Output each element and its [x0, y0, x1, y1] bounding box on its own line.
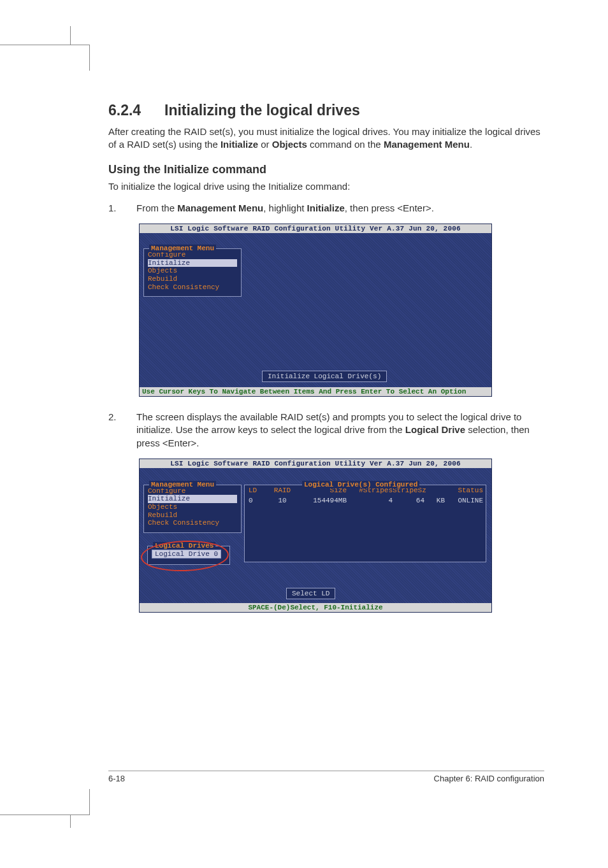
bios-footer: Use Cursor Keys To Navigate Between Item…	[140, 387, 491, 396]
th-ld: LD	[249, 487, 268, 494]
bios-titlebar: LSI Logic Software RAID Configuration Ut…	[140, 224, 491, 233]
initialize-logical-drives-button[interactable]: Initialize Logical Drive(s)	[262, 371, 387, 382]
step-1: 1. From the Management Menu, highlight I…	[108, 202, 544, 215]
crop-mark-bottom	[0, 789, 90, 815]
logical-drive-0[interactable]: Logical Drive 0	[152, 550, 221, 559]
menu-item-rebuild[interactable]: Rebuild	[148, 275, 237, 283]
step-text-fragment: , then press <Enter>.	[345, 203, 434, 213]
intro-bold-management-menu: Management Menu	[384, 139, 470, 150]
crop-mark-top	[0, 45, 90, 71]
management-menu-panel: Management Menu Configure Initialize Obj…	[143, 485, 242, 533]
step-number: 2.	[108, 411, 119, 450]
td-stripes: 4	[347, 497, 393, 504]
section-heading: 6.2.4Initializing the logical drives	[108, 102, 544, 119]
step-number: 1.	[108, 202, 119, 215]
th-raid: RAID	[268, 487, 297, 494]
logical-drives-panel: Logical Drives Logical Drive 0	[147, 546, 230, 565]
step-bold-management-menu: Management Menu	[177, 203, 263, 213]
step-text: The screen displays the available RAID s…	[136, 411, 544, 450]
td-raid: 10	[268, 497, 297, 504]
intro-text: .	[470, 139, 472, 150]
bios-body: Management Menu Configure Initialize Obj…	[140, 468, 491, 603]
select-ld-button[interactable]: Select LD	[286, 588, 335, 599]
menu-item-objects[interactable]: Objects	[148, 267, 237, 275]
intro-paragraph: After creating the RAID set(s), you must…	[108, 125, 544, 152]
step-bold-initialize: Initialize	[307, 203, 345, 213]
bios-body: Management Menu Configure Initialize Obj…	[140, 233, 491, 387]
menu-item-check-consistency[interactable]: Check Consistency	[148, 519, 237, 527]
screenshot-2: LSI Logic Software RAID Configuration Ut…	[139, 459, 492, 613]
intro-bold-initialize: Initialize	[221, 139, 258, 150]
screenshot-1: LSI Logic Software RAID Configuration Ut…	[139, 224, 492, 397]
section-number: 6.2.4	[108, 102, 164, 119]
logical-drives-title: Logical Drives	[153, 542, 215, 550]
management-menu-title: Management Menu	[149, 481, 216, 488]
step-2: 2. The screen displays the available RAI…	[108, 411, 544, 450]
page-number: 6-18	[108, 774, 125, 783]
th-blank	[424, 487, 445, 494]
td-size: 154494MB	[297, 497, 347, 504]
intro-text: or	[258, 139, 272, 150]
page-footer: 6-18 Chapter 6: RAID configuration	[108, 771, 544, 783]
bios-titlebar: LSI Logic Software RAID Configuration Ut…	[140, 459, 491, 468]
section-title: Initializing the logical drives	[164, 102, 360, 118]
intro-bold-objects: Objects	[272, 139, 307, 150]
subsection-heading: Using the Initialize command	[108, 163, 544, 176]
table-row[interactable]: 0 10 154494MB 4 64 KB ONLINE	[245, 495, 486, 506]
menu-item-objects[interactable]: Objects	[148, 503, 237, 511]
bios-footer: SPACE-(De)Select, F10-Initialize	[140, 603, 491, 612]
logical-drives-configured-panel: Logical Drive(s) Configured LD RAID Size…	[244, 485, 486, 562]
step-text: From the Management Menu, highlight Init…	[136, 202, 544, 215]
td-status: ONLINE	[445, 497, 483, 504]
menu-item-check-consistency[interactable]: Check Consistency	[148, 283, 237, 292]
chapter-label: Chapter 6: RAID configuration	[434, 774, 544, 783]
menu-item-initialize[interactable]: Initialize	[148, 495, 237, 503]
table-title: Logical Drive(s) Configured	[302, 481, 419, 488]
td-stripesz: 64	[393, 497, 424, 504]
td-unit: KB	[424, 497, 445, 504]
step-bold-logical-drive: Logical Drive	[405, 424, 465, 435]
step-text-fragment: , highlight	[263, 203, 307, 213]
menu-item-initialize[interactable]: Initialize	[148, 259, 237, 267]
td-ld: 0	[249, 497, 268, 504]
step-text-fragment: From the	[136, 203, 177, 213]
th-status: Status	[445, 487, 483, 494]
intro-text: command on the	[307, 139, 384, 150]
subsection-lead: To initialize the logical drive using th…	[108, 180, 544, 193]
menu-item-rebuild[interactable]: Rebuild	[148, 511, 237, 520]
management-menu-title: Management Menu	[149, 245, 216, 252]
management-menu-panel: Management Menu Configure Initialize Obj…	[143, 248, 242, 297]
